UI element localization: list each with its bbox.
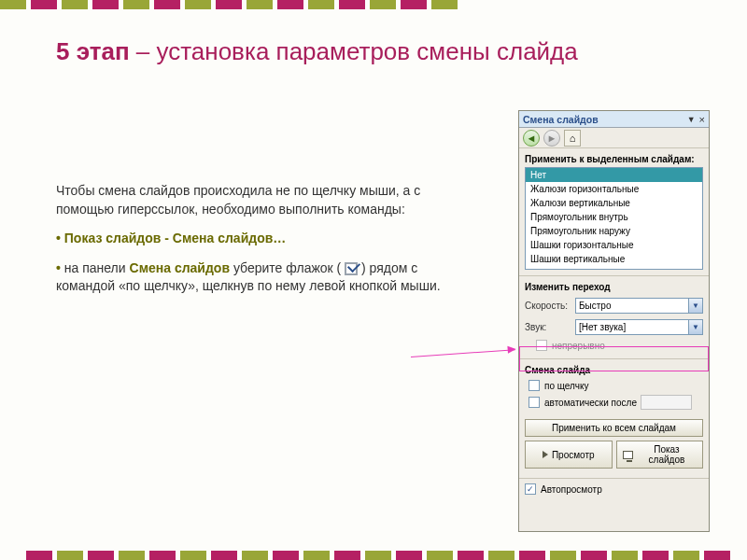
auto-after-time-field[interactable] bbox=[641, 395, 692, 410]
loop-label: непрерывно bbox=[552, 341, 605, 351]
paragraph-1: Чтобы смена слайдов происходила не по ще… bbox=[56, 182, 448, 218]
close-icon[interactable]: × bbox=[699, 114, 705, 125]
nav-forward-button[interactable]: ► bbox=[543, 130, 560, 147]
preview-button[interactable]: Просмотр bbox=[525, 441, 613, 469]
slideshow-button[interactable]: Показ слайдов bbox=[616, 441, 704, 469]
pane-header: Смена слайдов ▼ × bbox=[519, 111, 709, 128]
speed-select[interactable]: Быстро ▼ bbox=[575, 298, 703, 314]
on-click-checkbox[interactable] bbox=[529, 380, 540, 391]
pane-menu-dropdown-icon[interactable]: ▼ bbox=[687, 115, 696, 124]
slide-transition-pane: Смена слайдов ▼ × ◄ ► ⌂ Применить к выде… bbox=[518, 110, 710, 532]
auto-after-row: автоматически после bbox=[519, 393, 709, 412]
pane-nav: ◄ ► ⌂ bbox=[519, 128, 709, 148]
list-item[interactable]: Шашки вертикальные bbox=[526, 252, 702, 266]
speed-row: Скорость: Быстро ▼ bbox=[519, 295, 709, 316]
chevron-down-icon: ▼ bbox=[688, 299, 702, 313]
modify-section-label: Изменить переход bbox=[519, 276, 709, 295]
apply-section-label: Применить к выделенным слайдам: bbox=[519, 148, 709, 167]
top-decoration bbox=[0, 0, 462, 9]
pointer-arrow-icon bbox=[411, 349, 515, 357]
loop-checkbox-row: непрерывно bbox=[519, 338, 709, 353]
apply-all-button[interactable]: Применить ко всем слайдам bbox=[525, 419, 703, 437]
body-text: Чтобы смена слайдов происходила не по ще… bbox=[56, 182, 448, 307]
transition-effects-listbox[interactable]: Нет Жалюзи горизонтальные Жалюзи вертика… bbox=[525, 167, 703, 270]
title-bold: 5 этап bbox=[56, 37, 130, 65]
loop-checkbox bbox=[536, 340, 547, 351]
sound-label: Звук: bbox=[525, 322, 575, 332]
list-item[interactable]: Прямоугольник наружу bbox=[526, 224, 702, 238]
list-item[interactable]: Шашки горизонтальные bbox=[526, 238, 702, 252]
title-rest: – установка параметров смены слайда bbox=[130, 37, 578, 65]
bullet-2: на панели Смена слайдов уберите флажок (… bbox=[56, 259, 448, 296]
advance-section-label: Смена слайда bbox=[519, 359, 709, 378]
bullet-1: Показ слайдов - Смена слайдов… bbox=[56, 230, 448, 248]
list-item[interactable]: Прямоугольник внутрь bbox=[526, 210, 702, 224]
nav-back-button[interactable]: ◄ bbox=[523, 130, 540, 147]
nav-home-button[interactable]: ⌂ bbox=[564, 130, 581, 147]
sound-select[interactable]: [Нет звука] ▼ bbox=[575, 319, 703, 335]
pane-title: Смена слайдов bbox=[523, 114, 687, 125]
page-title: 5 этап – установка параметров смены слай… bbox=[56, 37, 710, 66]
autopreview-checkbox[interactable]: ✓ bbox=[525, 483, 536, 495]
autopreview-label: Автопросмотр bbox=[541, 484, 602, 495]
play-icon bbox=[543, 451, 548, 458]
chevron-down-icon: ▼ bbox=[688, 320, 702, 334]
sound-row: Звук: [Нет звука] ▼ bbox=[519, 316, 709, 338]
slideshow-icon bbox=[623, 451, 633, 459]
speed-label: Скорость: bbox=[525, 301, 575, 311]
autopreview-row: ✓ Автопросмотр bbox=[519, 479, 709, 497]
list-item[interactable]: Жалюзи горизонтальные bbox=[526, 182, 702, 196]
list-item[interactable]: Жалюзи вертикальные bbox=[526, 196, 702, 210]
on-click-label: по щелчку bbox=[544, 381, 588, 391]
on-click-row: по щелчку bbox=[519, 378, 709, 393]
bottom-decoration bbox=[26, 551, 735, 560]
list-item[interactable]: Нет bbox=[526, 168, 702, 182]
auto-after-label: автоматически после bbox=[544, 398, 637, 408]
auto-after-checkbox[interactable] bbox=[529, 397, 540, 408]
checkbox-glyph-icon bbox=[345, 262, 358, 275]
